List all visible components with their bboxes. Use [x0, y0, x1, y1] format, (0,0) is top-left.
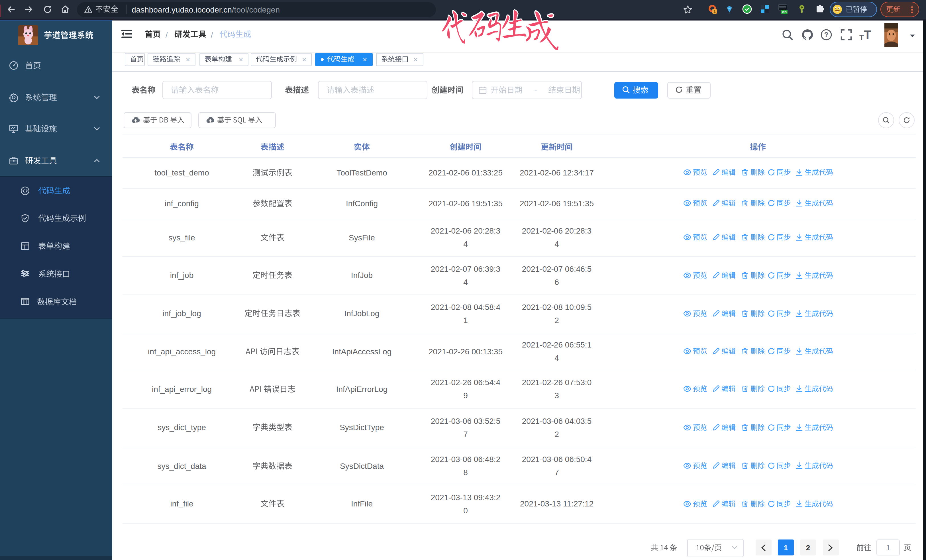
svg-text:1: 1 [713, 9, 716, 14]
svg-text:?: ? [824, 31, 828, 38]
svg-text:on: on [782, 10, 787, 14]
